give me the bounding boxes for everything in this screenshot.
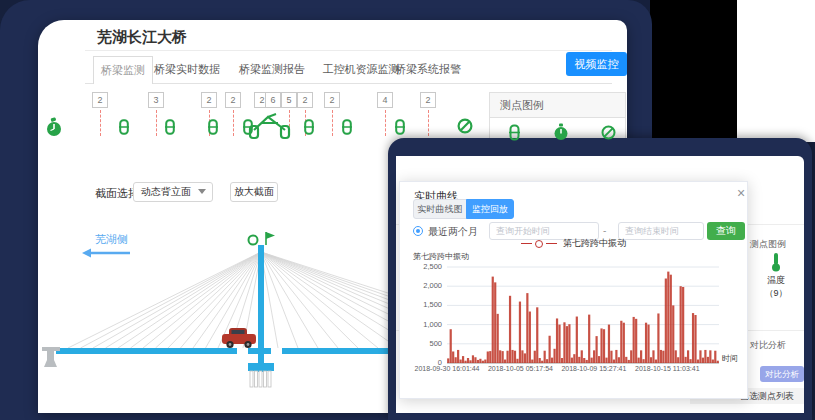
tabbar-divider (85, 83, 612, 84)
sensor-dash (428, 110, 429, 136)
tab-bridge-realtime-data[interactable]: 桥梁实时数据 (142, 62, 232, 77)
section-select-value: 动态背立面 (141, 186, 191, 197)
tab-bridge-monitor[interactable]: 桥梁监测 (93, 56, 153, 84)
legend-marker-icon (535, 240, 543, 248)
video-monitor-button[interactable]: 视频监控 (566, 52, 627, 76)
close-icon[interactable]: × (734, 185, 748, 201)
title-divider (85, 50, 612, 51)
sensor-count-badge: 5 (281, 92, 297, 108)
sensor-dash (156, 110, 157, 136)
stopwatch-sensor-icon[interactable] (45, 117, 63, 141)
bridge-side-label: 芜湖侧 (95, 233, 128, 245)
date-range-separator: - (603, 225, 606, 236)
tower-flag-icon (266, 232, 275, 239)
tab-monitor-playback[interactable]: 监控回放 (466, 199, 514, 219)
legend-line-icon (546, 243, 557, 244)
stopwatch-icon (553, 123, 569, 145)
x-tick-label: 2018-09-30 16:01:44 (405, 365, 489, 372)
chain-sensor-icon[interactable] (165, 119, 175, 139)
chevron-down-icon (198, 189, 206, 194)
realtime-curve-dialog: 实时曲线 × 实时曲线图 监控回放 最近两个月 - 查询 第七跨跨中振动 第七跨… (399, 181, 748, 399)
sensor-dash (100, 110, 101, 136)
sensor-count-badge: 2 (92, 92, 108, 108)
enlarge-section-button[interactable]: 放大截面 (230, 182, 278, 202)
sensor-count-badge: 2 (324, 92, 340, 108)
section-select-dropdown[interactable]: 动态背立面 (133, 182, 213, 202)
tower-pier (248, 363, 274, 387)
sensor-count-badge: 3 (148, 92, 164, 108)
x-axis-title: 时间 (722, 353, 738, 364)
sensor-count-badge: 2 (297, 92, 313, 108)
chain-sensor-icon (509, 124, 520, 145)
sensor-dash (332, 110, 333, 136)
black-backdrop (650, 0, 737, 146)
tab-bridge-report[interactable]: 桥梁监测报告 (227, 62, 317, 77)
legend-series-label: 第七跨跨中振动 (563, 237, 626, 250)
x-tick-label: 2018-10-05 05:17:54 (478, 365, 562, 372)
sensor-dash (385, 110, 386, 136)
sensor-count-badge: 6 (265, 92, 281, 108)
sensor-count-badge: 2 (420, 92, 436, 108)
tab-realtime-curve[interactable]: 实时曲线图 (413, 199, 467, 219)
car (222, 328, 256, 348)
truss-sensor-icon[interactable] (248, 112, 292, 144)
sensor-count-badge: 2 (225, 92, 241, 108)
screen: 芜湖长江大桥 桥梁监测 桥梁实时数据 桥梁监测报告 工控机资源监测 桥梁系统报警… (0, 0, 815, 420)
sensor-dash (233, 110, 234, 136)
legend-line-icon (521, 243, 532, 244)
bridge-deck (248, 348, 271, 354)
chain-sensor-icon[interactable] (342, 119, 352, 139)
compare-analysis-button[interactable]: 对比分析 (760, 366, 804, 382)
chain-sensor-icon[interactable] (395, 119, 405, 139)
sensor-count-badge: 2 (201, 92, 217, 108)
temperature-count: （9） (752, 287, 800, 300)
temperature-label: 温度 (752, 274, 800, 287)
x-tick-label: 2018-10-09 15:27:41 (552, 365, 636, 372)
temperature-legend-item: 温度 （9） (752, 252, 800, 300)
sensor-count-badge: 4 (377, 92, 393, 108)
tower-top-sensor-icon[interactable] (249, 236, 258, 245)
chain-sensor-icon[interactable] (119, 119, 129, 139)
last-two-months-radio[interactable] (413, 226, 423, 236)
no-signal-icon[interactable] (457, 118, 473, 138)
x-tick-label: 2018-10-15 11:03:41 (625, 365, 709, 372)
chain-sensor-icon[interactable] (208, 119, 218, 139)
left-pier (42, 347, 60, 367)
chart-legend: 第七跨跨中振动 (400, 237, 747, 250)
thermometer-icon (770, 264, 782, 274)
legend-panel-title: 测点图例 (490, 93, 625, 118)
background-window (735, 0, 815, 142)
bridge-deck (56, 348, 237, 354)
left-arrow-head (82, 249, 91, 258)
disabled-point-icon (601, 125, 616, 144)
chain-sensor-icon[interactable] (304, 119, 314, 139)
tab-bridge-alarm[interactable]: 桥梁系统报警 (383, 62, 473, 77)
vibration-chart: 第七跨跨中振动 05001,0001,5002,0002,5002018-09-… (409, 251, 743, 385)
page-title: 芜湖长江大桥 (97, 28, 187, 47)
